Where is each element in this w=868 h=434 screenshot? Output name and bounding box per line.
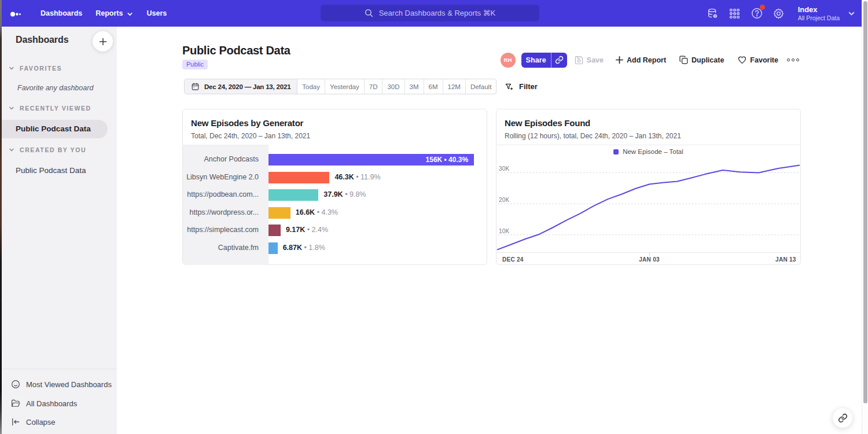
bar[interactable]: [269, 242, 278, 254]
project-info: Index All Project Data: [798, 5, 840, 22]
line-chart-canvas: [496, 145, 800, 253]
save-button[interactable]: Save: [574, 55, 604, 65]
help-button[interactable]: [746, 0, 768, 27]
date-preset-3m[interactable]: 3M: [405, 79, 424, 94]
bar[interactable]: [269, 207, 290, 219]
filter-button[interactable]: Filter: [505, 79, 538, 94]
bar-value-label: 6.87K • 1.8%: [283, 244, 325, 252]
link-icon: [555, 56, 564, 64]
date-preset-default[interactable]: Default: [466, 79, 496, 94]
bar-value: 16.6K: [296, 208, 315, 216]
primary-nav: DashboardsReportsUsers: [41, 0, 167, 27]
line-series[interactable]: [497, 165, 800, 250]
card-subtitle: Total, Dec 24th, 2020 – Jan 13th, 2021: [191, 132, 310, 140]
sidebar-section-favorites[interactable]: FAVORITES: [9, 65, 62, 72]
bar[interactable]: 156K • 40.3%: [269, 154, 474, 165]
date-preset-today[interactable]: Today: [297, 79, 325, 94]
duplicate-button[interactable]: Duplicate: [679, 55, 724, 65]
share-split-button: Share: [521, 53, 567, 68]
dot-icon: [787, 58, 790, 61]
sidebar-section-created-by-you[interactable]: CREATED BY YOU: [9, 146, 86, 153]
scrollbar-thumb[interactable]: [863, 1, 867, 403]
save-icon: [574, 55, 584, 65]
bar-percent: • 1.8%: [304, 244, 325, 252]
bar[interactable]: [269, 225, 281, 236]
bar-value: 37.9K: [323, 190, 343, 198]
sidebar: Dashboards FAVORITESFavorite any dashboa…: [2, 27, 117, 434]
card-title: New Episodes Found: [505, 118, 590, 128]
settings-button[interactable]: [768, 0, 790, 27]
collapse-icon: [10, 417, 21, 427]
avatar[interactable]: RH: [501, 53, 516, 68]
share-link-button[interactable]: [551, 53, 567, 68]
date-preset-7d[interactable]: 7D: [365, 79, 383, 94]
add-dashboard-button[interactable]: [93, 31, 113, 52]
bar-value-label: 16.6K • 4.3%: [296, 208, 338, 216]
sidebar-footer-all-dashboards[interactable]: All Dashboards: [2, 395, 117, 411]
more-options-button[interactable]: [787, 58, 799, 61]
notification-badge: [760, 5, 765, 10]
date-preset-yesterday[interactable]: Yesterday: [325, 79, 365, 94]
link-icon: [838, 413, 848, 423]
card-new-episodes-by-generator: New Episodes by Generator Total, Dec 24t…: [182, 109, 487, 265]
footer-item-label: All Dashboards: [26, 399, 77, 408]
bar[interactable]: [269, 172, 329, 183]
card-subtitle: Rolling (12 hours), total, Dec 24th, 202…: [505, 132, 681, 140]
filter-label: Filter: [519, 82, 538, 91]
bar-percent: • 9.8%: [345, 190, 366, 198]
bar-value-label: 9.17K • 2.4%: [286, 226, 328, 234]
bar-value-label: 156K • 40.3%: [426, 156, 469, 164]
sidebar-section-recently-viewed[interactable]: RECENTLY VIEWED: [9, 105, 91, 112]
footer-item-label: Collapse: [26, 418, 56, 426]
line-chart: New Episode – Total DEC 24JAN 03JAN 13 1…: [496, 145, 800, 252]
chevron-down-icon: [848, 10, 855, 17]
project-switcher[interactable]: Index All Project Data: [798, 5, 855, 22]
page-title: Public Podcast Data: [182, 44, 290, 57]
apps-grid-button[interactable]: [724, 0, 746, 27]
bar[interactable]: [269, 189, 318, 201]
nav-link-reports[interactable]: Reports: [95, 9, 133, 17]
plus-icon: [98, 37, 108, 46]
nav-link-dashboards[interactable]: Dashboards: [41, 9, 82, 17]
sidebar-footer: Most Viewed DashboardsAll DashboardsColl…: [2, 369, 117, 434]
date-preset-12m[interactable]: 12M: [443, 79, 466, 94]
date-preset-30d[interactable]: 30D: [382, 79, 404, 94]
duplicate-label: Duplicate: [692, 56, 724, 64]
heart-icon: [737, 55, 747, 65]
project-name: Index: [798, 5, 840, 14]
logo-icon[interactable]: [10, 12, 22, 17]
project-scope: All Project Data: [798, 14, 840, 22]
bar-percent: • 11.9%: [356, 173, 380, 181]
sidebar-item[interactable]: Public Podcast Data: [16, 166, 86, 175]
x-axis-tick-label: JAN 13: [775, 256, 796, 263]
date-toolbar: Dec 24, 2020 — Jan 13, 2021 TodayYesterd…: [184, 79, 496, 94]
share-button[interactable]: Share: [521, 53, 551, 68]
bar-category-label: https://simplecast.com: [183, 226, 259, 234]
bar-value-label: 46.3K • 11.9%: [334, 173, 380, 181]
nav-link-label: Reports: [95, 9, 123, 17]
page-scrollbar[interactable]: [862, 0, 868, 434]
bar-category-label: https://wordpress.or...: [183, 208, 259, 216]
bar-percent: • 4.3%: [317, 208, 338, 216]
date-preset-6m[interactable]: 6M: [424, 79, 443, 94]
sidebar-footer-collapse[interactable]: Collapse: [2, 414, 117, 430]
chevron-down-icon: [9, 147, 14, 153]
bar-value: 9.17K: [286, 226, 305, 234]
x-axis-tick-label: JAN 03: [639, 256, 660, 263]
add-report-button[interactable]: Add Report: [615, 56, 666, 64]
data-sources-button[interactable]: [702, 0, 724, 27]
card-title: New Episodes by Generator: [191, 118, 303, 128]
bar-category-label: Libsyn WebEngine 2.0: [183, 173, 259, 181]
search-input[interactable]: Search Dashboards & Reports ⌘K: [321, 5, 539, 21]
sidebar-item-selected[interactable]: Public Podcast Data: [2, 120, 108, 138]
sidebar-footer-most-viewed-dashboards[interactable]: Most Viewed Dashboards: [2, 376, 117, 392]
chevron-down-icon: [127, 11, 133, 17]
sidebar-hint-favorite-any: Favorite any dashboard: [17, 84, 93, 92]
nav-link-label: Dashboards: [41, 9, 82, 17]
sidebar-title: Dashboards: [16, 35, 68, 45]
date-range-label: Dec 24, 2020 — Jan 13, 2021: [204, 83, 290, 90]
favorite-button[interactable]: Favorite: [737, 55, 778, 65]
nav-link-users[interactable]: Users: [146, 9, 167, 17]
date-range-picker[interactable]: Dec 24, 2020 — Jan 13, 2021: [185, 79, 297, 94]
floating-link-button[interactable]: [832, 407, 853, 428]
